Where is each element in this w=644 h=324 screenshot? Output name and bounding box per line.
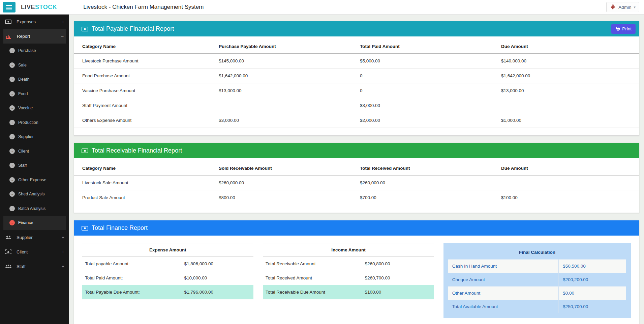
sidebar-item-death[interactable]: → Death xyxy=(0,72,69,87)
cell-paid: $2,000.00 xyxy=(357,113,498,128)
row-value: $50,500.00 xyxy=(558,260,626,273)
row-label: Cheque Amount xyxy=(448,273,558,286)
row-label: Cash In Hand Amount xyxy=(448,260,558,273)
arrow-circle-icon: → xyxy=(9,220,15,225)
sidebar-item-label: Client xyxy=(18,149,29,154)
sidebar-item-batch-analysis[interactable]: → Batch Analysis xyxy=(0,201,69,216)
column-header: Total Received Amount xyxy=(357,160,498,176)
hamburger-menu-icon[interactable] xyxy=(3,2,16,12)
row-value: $10,000.00 xyxy=(182,271,253,285)
cell-received: $700.00 xyxy=(357,190,498,205)
sidebar-item-label: Expenses xyxy=(17,19,58,24)
sidebar-item-staff-report[interactable]: → Staff xyxy=(0,158,69,173)
column-header: Category Name xyxy=(74,38,215,54)
banknote-icon xyxy=(5,20,13,24)
cell-due: $100.00 xyxy=(498,190,639,205)
sidebar-item-supplier-report[interactable]: → Supplier xyxy=(0,130,69,144)
sidebar-item-food[interactable]: → Food xyxy=(0,87,69,101)
row-label: Total Payable Due Amount: xyxy=(82,285,182,299)
finance-panel-header: Total Finance Report xyxy=(74,220,639,236)
column-header: Category Name xyxy=(74,160,215,176)
sidebar-item-label: Finance xyxy=(18,220,33,225)
row-value: $200,200.00 xyxy=(558,273,626,286)
sidebar-item-expenses[interactable]: Expenses + xyxy=(0,15,69,29)
table-header-row: Category Name Sold Receivable Amount Tot… xyxy=(74,160,639,176)
finance-report-panel: Total Finance Report Expense Amount Tota… xyxy=(74,220,639,324)
users-frame-icon xyxy=(5,249,13,254)
sidebar-item-vaccine[interactable]: → Vaccine xyxy=(0,101,69,115)
receivable-panel-header: Total Receivable Financial Report xyxy=(74,143,639,158)
sidebar-item-label: Purchase xyxy=(18,48,36,53)
chevron-down-icon: ▾ xyxy=(634,5,636,9)
table-row: Cash In Hand Amount $50,500.00 xyxy=(448,259,626,273)
sidebar-item-sale[interactable]: → Sale xyxy=(0,58,69,73)
sidebar-nav: Expenses + Report − → Purchase → Sale → … xyxy=(0,15,69,324)
row-value: $260,700.00 xyxy=(362,271,434,285)
sidebar-item-staff[interactable]: Staff + xyxy=(0,259,69,274)
row-value: $1,796,000.00 xyxy=(182,285,253,299)
sidebar-item-label: Batch Analysis xyxy=(18,206,45,211)
row-value: $1,806,000.00 xyxy=(182,257,253,271)
sidebar-item-report[interactable]: Report − xyxy=(3,29,66,44)
cell-due xyxy=(498,98,639,113)
users-icon xyxy=(5,235,13,240)
row-value: $260,800.00 xyxy=(362,257,434,271)
cell-payable: $3,000.00 xyxy=(215,113,357,128)
expense-table-title: Expense Amount xyxy=(82,243,253,257)
column-header: Sold Receivable Amount xyxy=(215,160,357,176)
final-calculation-title: Final Calculation xyxy=(448,246,626,259)
app-logo[interactable]: LIVESTOCK xyxy=(21,4,57,11)
cell-category: Vaccine Purchase Amount xyxy=(74,83,215,98)
main-content: Total Payable Financial Report Print Cat… xyxy=(69,15,644,324)
final-calculation-table: Final Calculation Cash In Hand Amount $5… xyxy=(443,243,631,318)
sidebar-item-label: Supplier xyxy=(18,134,34,139)
table-row-highlighted: Total Payable Due Amount: $1,796,000.00 xyxy=(82,285,253,299)
table-row: Food Purchase Amount $1,642,000.00 0 $1,… xyxy=(74,69,639,83)
cell-paid: $3,000.00 xyxy=(357,98,498,113)
admin-label: Admin xyxy=(618,5,631,10)
sidebar-item-shed-analysis[interactable]: → Shed Analysis xyxy=(0,187,69,201)
sidebar-item-finance[interactable]: → Finance xyxy=(3,216,66,230)
sidebar-item-label: Sale xyxy=(18,63,27,68)
row-label: Total Receivable Amount xyxy=(263,257,362,271)
sidebar-item-production[interactable]: → Production xyxy=(0,115,69,130)
cell-category: Livestock Purchase Amount xyxy=(74,54,215,69)
table-row: Others Expense Amount $3,000.00 $2,000.0… xyxy=(74,113,639,128)
print-button-label: Print xyxy=(622,26,632,31)
print-button[interactable]: Print xyxy=(611,24,636,34)
printer-icon xyxy=(615,27,620,31)
cell-payable: $145,000.00 xyxy=(215,54,357,69)
cell-category: Others Expense Amount xyxy=(74,113,215,128)
table-row-highlighted: Total Receivable Due Amount $100.00 xyxy=(263,285,434,299)
panel-title: Total Receivable Financial Report xyxy=(92,147,182,154)
table-row: Total Receivable Amount $260,800.00 xyxy=(263,257,434,271)
sidebar-item-label: Client xyxy=(17,249,58,254)
table-row: Total Paid Amount: $10,000.00 xyxy=(82,271,253,285)
sidebar-item-label: Death xyxy=(18,77,29,82)
sidebar-item-purchase[interactable]: → Purchase xyxy=(0,44,69,58)
table-row: Product Sale Amount $800.00 $700.00 $100… xyxy=(74,190,639,205)
cell-received: $260,000.00 xyxy=(357,176,498,190)
sidebar-item-supplier[interactable]: Supplier + xyxy=(0,230,69,245)
expand-icon: + xyxy=(62,235,64,240)
panel-title: Total Payable Financial Report xyxy=(92,25,174,32)
sidebar-item-client[interactable]: Client + xyxy=(0,245,69,259)
sidebar-item-label: Staff xyxy=(17,264,58,269)
page-title: Livestock - Chicken Farm Management Syst… xyxy=(83,4,204,10)
arrow-circle-icon: → xyxy=(9,148,15,154)
cell-due xyxy=(498,176,639,190)
sidebar-item-client-report[interactable]: → Client xyxy=(0,144,69,159)
cell-sold: $260,000.00 xyxy=(215,176,357,190)
cell-due: $140,000.00 xyxy=(498,54,639,69)
sidebar-item-label: Vaccine xyxy=(18,106,33,110)
arrow-circle-icon: → xyxy=(9,177,15,183)
table-row: Vaccine Purchase Amount $13,000.00 0 $13… xyxy=(74,83,639,98)
sidebar-item-label: Staff xyxy=(18,163,27,168)
cell-category: Product Sale Amount xyxy=(74,190,215,205)
table-row: Livestock Sale Amount $260,000.00 $260,0… xyxy=(74,176,639,190)
row-label: Total Receivable Due Amount xyxy=(263,285,362,299)
admin-user-menu[interactable]: Admin ▾ xyxy=(606,2,639,12)
arrow-circle-icon: → xyxy=(9,91,15,97)
cell-due: $13,000.00 xyxy=(498,83,639,98)
sidebar-item-other-expense[interactable]: → Other Expense xyxy=(0,173,69,187)
